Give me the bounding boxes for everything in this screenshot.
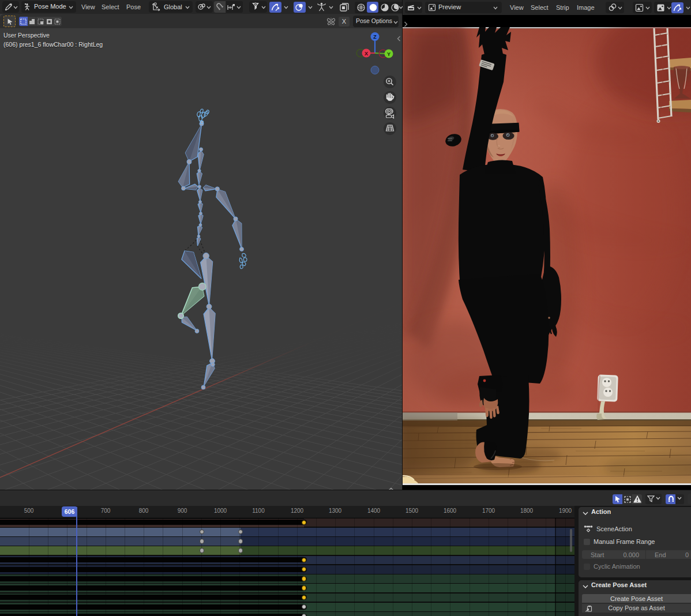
svg-text:Z: Z [373,34,377,40]
svg-text:Y: Y [387,51,390,57]
svg-text:X: X [365,51,368,57]
